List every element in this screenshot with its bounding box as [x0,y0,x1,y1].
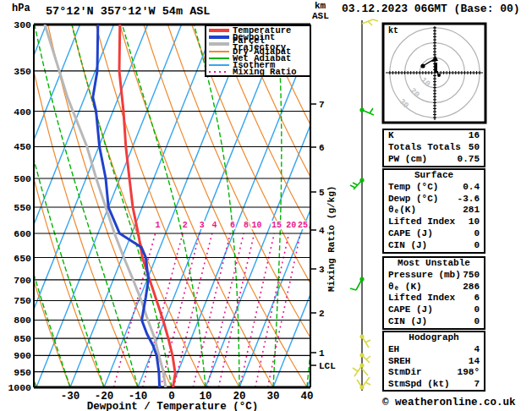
legend-item-mixing-ratio: Mixing Ratio [209,68,308,75]
table-row: CIN (J)0 [384,316,484,328]
row-label: StmSpd (kt) [388,379,450,391]
svg-text:500: 500 [14,173,31,184]
pressure-unit-label: hPa [12,3,30,14]
table-row: θₑ (K)286 [384,282,484,293]
svg-text:1: 1 [155,221,160,230]
wind-barb [359,353,370,363]
row-label: PW (cm) [388,154,427,166]
wind-barb [359,334,370,348]
row-value: 286 [463,282,480,293]
table-row: Lifted Index10 [384,216,484,228]
row-label: CIN (J) [388,316,427,328]
table-row: StmDir198° [384,367,484,379]
table-row: Totals Totals50 [384,142,484,154]
wind-barb [362,19,378,25]
svg-text:1: 1 [319,348,325,359]
table-row: Lifted Index6 [384,293,484,304]
svg-text:20: 20 [286,221,296,230]
svg-text:600: 600 [14,228,31,239]
wind-barb [357,377,370,390]
svg-text:6: 6 [230,221,235,230]
svg-text:3: 3 [200,221,205,230]
row-value: 0 [474,304,480,316]
row-label: θₑ (K) [388,282,422,293]
table-row: SREH14 [384,356,484,368]
table-row: CAPE (J)0 [384,304,484,316]
row-value: -3.6 [458,194,480,206]
row-value: 50 [469,142,480,154]
row-value: 14 [469,356,480,368]
row-value: 7 [474,379,480,391]
row-value: 6 [474,293,480,304]
svg-text:2: 2 [319,309,325,319]
table-row: PW (cm)0.75 [384,154,484,166]
surface-table-header: Surface [384,170,484,182]
svg-text:5: 5 [319,188,325,198]
svg-text:350: 350 [14,66,31,77]
hodograph-table: Hodograph EH4 SREH14 StmDir198° StmSpd (… [382,331,485,392]
row-label: CIN (J) [388,240,427,252]
table-row: Temp (°C)0.4 [384,182,484,194]
row-value: 281 [463,205,480,216]
temperature-line-swatch [209,29,229,32]
table-row: CIN (J)0 [384,240,484,252]
table-row: CAPE (J)0 [384,228,484,240]
svg-text:1000: 1000 [8,382,31,393]
row-label: CAPE (J) [388,304,433,316]
table-row: K16 [384,130,484,142]
mixing-ratio-line-swatch [209,71,229,73]
row-value: 198° [458,367,480,379]
svg-text:LCL: LCL [319,361,336,371]
row-label: Temp (°C) [388,182,438,194]
row-value: 0.4 [463,182,480,194]
legend-label: Mixing Ratio [233,68,297,75]
table-row: Pressure (mb)750 [384,270,484,282]
svg-text:6: 6 [319,143,325,153]
table-row: EH4 [384,344,484,356]
surface-table: Surface Temp (°C)0.4 Dewp (°C)-3.6 θₑ(K)… [382,168,485,254]
svg-text:4: 4 [319,226,325,236]
svg-text:300: 300 [14,19,31,30]
sounding-screenshot: 3003504004505005506006507007508008509009… [0,0,532,411]
row-label: Lifted Index [388,293,455,304]
row-label: K [388,130,394,142]
row-label: Totals Totals [388,142,461,154]
svg-text:900: 900 [14,350,31,361]
svg-text:750: 750 [14,295,31,306]
row-label: Lifted Index [388,216,455,228]
row-label: Pressure (mb) [388,270,461,282]
svg-text:7: 7 [319,100,325,110]
svg-text:10: 10 [251,221,261,230]
svg-text:2: 2 [183,221,188,230]
wind-barb [353,363,368,376]
copyright-footer: © weatheronline.co.uk [382,397,516,408]
svg-text:950: 950 [14,367,31,378]
dewpoint-line-swatch [209,36,229,39]
row-label: Dewp (°C) [388,194,438,206]
svg-text:450: 450 [14,141,31,152]
svg-text:400: 400 [14,107,31,118]
most-unstable-table: Most Unstable Pressure (mb)750 θₑ (K)286… [382,256,485,330]
row-value: 750 [463,270,480,282]
table-row: StmSpd (kt)7 [384,379,484,391]
row-value: 4 [474,344,480,356]
svg-text:700: 700 [14,275,31,286]
table-row: θₑ(K)281 [384,205,484,216]
row-label: StmDir [388,367,422,379]
svg-text:650: 650 [14,253,31,264]
legend-box: Temperature Dewpoint Parcel Trajectory D… [205,25,311,77]
wet-adiabat-line-swatch [209,58,229,59]
row-label: CAPE (J) [388,228,433,240]
mixing-ratio-value-labels: 12346810152025 [155,221,309,230]
row-value: 16 [469,130,480,142]
dry-adiabat-line-swatch [209,51,229,52]
temperature-axis-title: Dewpoint / Temperature (°C) [0,401,345,411]
svg-text:25: 25 [298,221,308,230]
hodograph-plot: 102030 [383,24,485,123]
table-row: Dewp (°C)-3.6 [384,194,484,206]
indices-table: K16 Totals Totals50 PW (cm)0.75 [382,129,485,167]
row-value: 0 [474,240,480,252]
most-unstable-table-header: Most Unstable [384,258,484,270]
mixing-ratio-axis-title: Mixing Ratio (g/kg) [326,186,337,292]
altitude-unit-asl-label: ASL [312,11,329,21]
